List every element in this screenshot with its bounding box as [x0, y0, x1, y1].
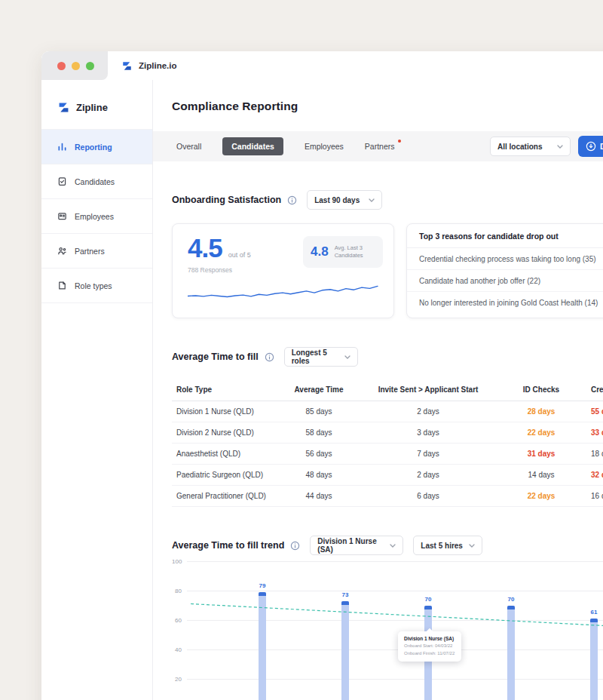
roles-filter-select[interactable]: Longest 5 roles [284, 347, 358, 367]
chevron-down-icon [557, 145, 563, 149]
chart-bar[interactable]: 73 [341, 601, 349, 700]
chart-bar[interactable]: 70 [507, 606, 515, 700]
sidebar-item-employees[interactable]: Employees [41, 199, 152, 234]
location-filter-value: All locations [497, 143, 542, 151]
credential-checks-cell: 32 days [586, 465, 603, 486]
info-icon[interactable] [290, 541, 300, 551]
app-brand-name: Zipline [76, 102, 108, 113]
table-row: General Practitioner (QLD) 44 days 6 day… [172, 486, 603, 507]
zipline-logo-icon [57, 101, 70, 114]
y-axis-tick: 100 [172, 558, 182, 565]
dropout-reasons-card: Top 3 reasons for candidate drop out Cre… [406, 223, 603, 318]
satisfaction-period-select[interactable]: Last 90 days [307, 190, 382, 210]
bar-value-label: 61 [591, 609, 598, 616]
table-row: Paediatric Surgeon (QLD) 48 days 2 days … [172, 465, 603, 486]
y-axis-tick: 80 [172, 588, 182, 594]
gridline [187, 649, 603, 650]
minimize-window-button[interactable] [72, 62, 80, 70]
role-type-cell: Division 1 Nurse (QLD) [172, 401, 277, 422]
browser-tab[interactable]: Zipline.io [108, 60, 176, 72]
trend-title: Average Time to fill trend [172, 540, 284, 551]
satisfaction-section: Onboarding Satisfaction Last 90 days [153, 190, 603, 318]
sidebar-item-candidates[interactable]: Candidates [41, 164, 152, 199]
credential-checks-cell: 33 days [586, 422, 603, 444]
trend-chart: 100 80 60 40 20 79 73 70 70 [172, 561, 603, 700]
gridline [187, 679, 603, 680]
role-type-cell: General Practitioner (QLD) [172, 486, 277, 507]
bar-cap [424, 606, 432, 609]
tab-partners[interactable]: Partners [365, 142, 395, 151]
dropout-reason: No longer interested in joining Gold Coa… [407, 292, 603, 313]
satisfaction-score-card: 4.5 out of 5 4.8 Avg. Last 3 Candidates … [172, 223, 394, 318]
sidebar-item-partners[interactable]: Partners [41, 234, 152, 269]
sidebar-item-role-types[interactable]: Role types [41, 269, 152, 303]
tab-overall[interactable]: Overall [176, 142, 201, 151]
y-axis-tick: 40 [172, 646, 182, 653]
chevron-down-icon [369, 198, 375, 202]
role-type-cell: Anaesthetist (QLD) [172, 444, 277, 465]
bar-value-label: 70 [508, 596, 515, 603]
chart-bar[interactable]: 79 [259, 592, 266, 700]
sidebar-item-label: Reporting [75, 143, 112, 152]
bar-cap [341, 601, 349, 605]
trend-section: Average Time to fill trend Division 1 Nu… [153, 536, 603, 700]
sidebar: Zipline Reporting Candidates [41, 80, 153, 700]
id-checks-cell: 28 days [496, 401, 586, 422]
tab-employees[interactable]: Employees [305, 142, 344, 151]
dropout-reason: Candidate had another job offer (22) [407, 270, 603, 292]
bar-value-label: 73 [342, 591, 349, 598]
y-axis-tick: 60 [172, 617, 182, 624]
table-row: Division 2 Nurse (QLD) 58 days 3 days 22… [172, 422, 603, 444]
tab-candidates[interactable]: Candidates [222, 137, 283, 155]
id-checks-cell: 22 days [496, 486, 586, 507]
table-row: Anaesthetist (QLD) 56 days 7 days 31 day… [172, 444, 603, 465]
average-time-cell: 44 days [277, 486, 360, 507]
sidebar-nav: Reporting Candidates Employees [41, 129, 152, 303]
time-to-fill-table: Role Type Average Time Invite Sent > App… [172, 379, 603, 507]
table-header-row: Role Type Average Time Invite Sent > App… [172, 379, 603, 401]
average-time-cell: 56 days [277, 444, 360, 465]
clipboard-check-icon [57, 177, 67, 186]
trend-hires-value: Last 5 hires [421, 542, 463, 550]
chart-bar[interactable]: 61 [590, 619, 598, 700]
y-axis-tick: 20 [172, 676, 182, 683]
main-content: Compliance Reporting Overall Candidates … [153, 80, 603, 700]
browser-window: Zipline.io Zipline Reporting [41, 51, 603, 700]
traffic-lights [41, 51, 108, 80]
average-time-cell: 48 days [277, 465, 360, 486]
sidebar-item-label: Candidates [75, 177, 115, 186]
sidebar-item-label: Partners [75, 247, 105, 256]
average-time-cell: 85 days [277, 401, 360, 422]
column-header: Invite Sent > Applicant Start [360, 379, 496, 401]
column-header: Average Time [277, 379, 360, 401]
trend-hires-select[interactable]: Last 5 hires [413, 536, 482, 555]
column-header: Role Type [172, 379, 277, 401]
bar-value-label: 70 [425, 596, 432, 603]
gridline [187, 561, 603, 562]
satisfaction-score: 4.5 [188, 233, 222, 263]
info-icon[interactable] [265, 352, 274, 362]
chevron-down-icon [390, 544, 396, 548]
trend-role-select[interactable]: Division 1 Nurse (SA) [310, 536, 403, 555]
sidebar-item-reporting[interactable]: Reporting [41, 130, 152, 164]
time-to-fill-title: Average Time to fill [172, 352, 259, 362]
download-button[interactable]: Download [578, 136, 603, 157]
close-window-button[interactable] [57, 62, 66, 70]
sidebar-item-label: Role types [75, 281, 112, 290]
chevron-down-icon [469, 544, 475, 548]
app-brand: Zipline [41, 101, 152, 114]
zipline-logo-icon [121, 60, 133, 72]
roles-filter-value: Longest 5 roles [292, 348, 344, 365]
download-button-label: Download [600, 142, 603, 151]
id-checks-cell: 22 days [496, 422, 586, 444]
table-row: Division 1 Nurse (QLD) 85 days 2 days 28… [172, 401, 603, 422]
info-icon[interactable] [287, 195, 297, 205]
chevron-down-icon [344, 355, 350, 359]
invite-cell: 2 days [360, 401, 496, 422]
location-filter-select[interactable]: All locations [490, 137, 571, 156]
tooltip-onboard-finish: Onboard Finish: 11/07/22 [404, 650, 455, 658]
satisfaction-sparkline [188, 280, 378, 302]
zoom-window-button[interactable] [86, 62, 94, 70]
browser-tab-title: Zipline.io [139, 61, 176, 70]
invite-cell: 2 days [360, 465, 496, 486]
